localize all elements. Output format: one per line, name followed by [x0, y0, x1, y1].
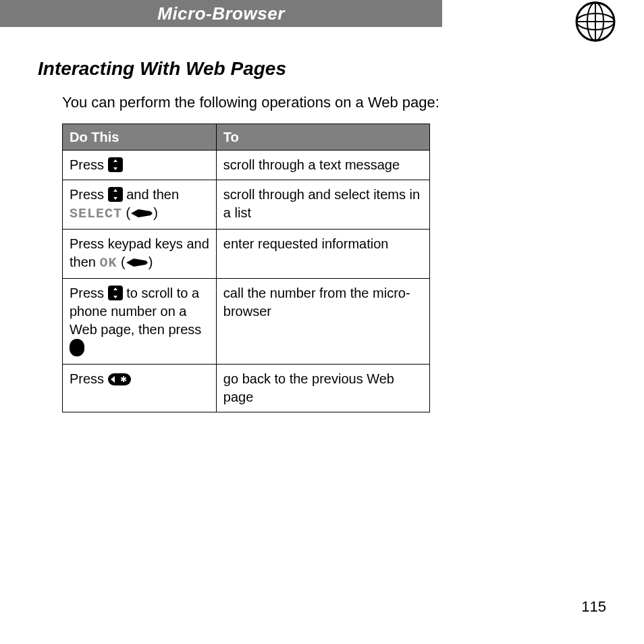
- cell-text: and then: [123, 187, 179, 202]
- cell-do: Press: [63, 150, 217, 180]
- softkey-label: SELECT: [70, 206, 122, 221]
- cell-to: enter requested information: [216, 229, 429, 278]
- table-header-to: To: [216, 124, 429, 150]
- section-intro: You can perform the following operations…: [62, 93, 606, 113]
- table-row: Press go back to the previous Web page: [63, 364, 430, 412]
- header-band: Micro-Browser: [0, 0, 442, 27]
- menu-key-icon: [126, 254, 149, 273]
- operations-table: Do This To Press scroll through a text m…: [62, 124, 430, 412]
- scroll-key-icon: [108, 157, 123, 172]
- cell-to: scroll through and select items in a lis…: [216, 180, 429, 229]
- cell-to: scroll through a text message: [216, 150, 429, 180]
- header-title: Micro-Browser: [157, 3, 285, 24]
- cell-to: go back to the previous Web page: [216, 364, 429, 412]
- cell-to: call the number from the micro-browser: [216, 278, 429, 364]
- cell-text: Press: [70, 187, 108, 202]
- page-number: 115: [581, 597, 606, 617]
- scroll-key-icon: [108, 187, 123, 202]
- back-key-icon: [108, 373, 131, 385]
- cell-text: ): [149, 254, 153, 269]
- table-row: Press scroll through a text message: [63, 150, 430, 180]
- cell-do: Press to scroll to a phone number on a W…: [63, 278, 217, 364]
- cell-text: Press: [70, 157, 108, 172]
- cell-text: (: [122, 205, 130, 220]
- cell-text: ): [153, 205, 158, 220]
- cell-text: Press: [70, 286, 108, 300]
- table-row: Press and then SELECT ()scroll through a…: [63, 180, 430, 229]
- cell-do: Press and then SELECT (): [63, 180, 217, 229]
- send-key-icon: [70, 339, 84, 356]
- softkey-label: OK: [99, 255, 117, 271]
- cell-do: Press: [63, 364, 217, 412]
- cell-text: (: [117, 254, 126, 269]
- section-heading: Interacting With Web Pages: [38, 57, 606, 81]
- table-row: Press to scroll to a phone number on a W…: [63, 278, 430, 364]
- scroll-key-icon: [108, 286, 123, 300]
- table-header-do: Do This: [63, 124, 217, 150]
- table-row: Press keypad keys and then OK ()enter re…: [63, 229, 430, 278]
- globe-icon: [574, 0, 617, 43]
- menu-key-icon: [130, 205, 153, 223]
- cell-text: Press: [70, 371, 108, 386]
- cell-do: Press keypad keys and then OK (): [63, 229, 217, 278]
